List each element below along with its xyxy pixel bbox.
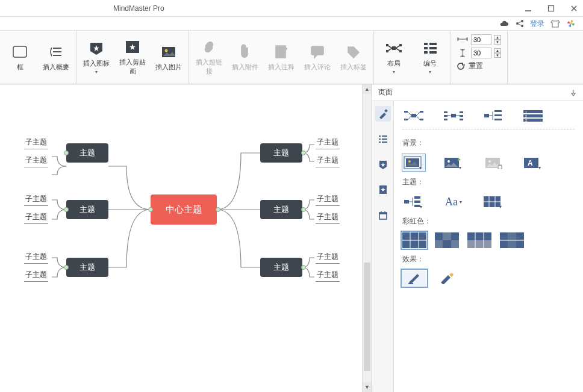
insert-tag-button[interactable]: 插入标签 (337, 35, 370, 79)
effect-hand[interactable] (435, 270, 459, 286)
rainbow-section-label: 彩虹色： (402, 216, 575, 226)
scroll-thumb[interactable] (364, 263, 370, 371)
subtopic-node[interactable]: 子主题 (316, 194, 340, 206)
connector-dot[interactable] (64, 265, 69, 270)
scroll-up[interactable]: ▲ (363, 84, 372, 94)
subtopic-node[interactable]: 子主题 (24, 252, 48, 264)
horizontal-spacing-control: ▲▼ (457, 34, 501, 45)
share-icon[interactable] (516, 19, 524, 28)
top-utility-bar: 登录 (0, 17, 583, 30)
insert-frame-button[interactable]: 框 (4, 35, 36, 79)
rainbow-swatch-2[interactable] (435, 232, 459, 248)
subtopic-node[interactable]: 子主题 (24, 194, 48, 206)
layout-style-4[interactable]: 123 (522, 107, 544, 124)
subtopic-node[interactable]: 子主题 (316, 212, 340, 224)
sidetab-iconlib[interactable] (375, 157, 391, 172)
insert-icon-button[interactable]: 插入图标▾ (80, 35, 113, 79)
dropdown-icon: ▾ (429, 69, 431, 75)
numbering-button[interactable]: 编号▾ (414, 35, 446, 79)
sidetab-brush[interactable] (375, 106, 391, 122)
rainbow-swatch-3[interactable] (467, 232, 491, 248)
bg-option-image[interactable]: ▾ (402, 154, 425, 171)
maximize-button[interactable] (547, 4, 555, 13)
rainbow-swatch-1[interactable] (402, 232, 426, 248)
theme-option-font[interactable]: Aa▾ (442, 193, 465, 210)
sidetab-task[interactable] (375, 207, 391, 223)
connector-dot[interactable] (64, 207, 69, 212)
topic-node[interactable]: 主题 (260, 200, 302, 219)
effect-row (402, 270, 575, 286)
connector-dot[interactable] (301, 151, 306, 155)
scroll-down[interactable]: ▼ (363, 382, 372, 392)
vspace-up[interactable]: ▲ (494, 48, 501, 53)
ribbon-group-spacing: ▲▼ ▲▼ 重置 (450, 31, 508, 84)
hspace-down[interactable]: ▼ (494, 40, 501, 45)
layout-button[interactable]: 布局▾ (378, 35, 410, 79)
svg-rect-99 (414, 201, 420, 203)
bg-option-watermark[interactable]: A▾ (522, 154, 544, 171)
theme-option-color[interactable]: ▾ (482, 193, 505, 210)
tshirt-icon[interactable] (550, 19, 560, 28)
hspace-input[interactable] (471, 34, 491, 45)
subtopic-node[interactable]: 子主题 (316, 252, 340, 264)
connector-dot[interactable] (216, 207, 220, 212)
svg-point-6 (521, 25, 523, 27)
pinwheel-icon[interactable] (566, 19, 576, 28)
svg-line-8 (519, 24, 521, 25)
insert-note-button[interactable]: 插入注释 (265, 35, 298, 79)
topic-node[interactable]: 主题 (260, 258, 302, 277)
connector-dot[interactable] (301, 207, 306, 212)
topic-node[interactable]: 主题 (66, 258, 108, 277)
theme-option-layout[interactable]: ▾ (402, 193, 425, 210)
pin-icon[interactable] (570, 89, 577, 96)
svg-rect-67 (460, 115, 463, 117)
subtopic-node[interactable]: 子主题 (24, 212, 48, 224)
scroll-track[interactable] (363, 94, 372, 382)
insert-attachment-button[interactable]: 插入附件 (229, 35, 261, 79)
connector-dot[interactable] (148, 207, 153, 212)
svg-rect-32 (386, 50, 388, 52)
layout-style-3[interactable] (482, 107, 505, 124)
sidetab-outline[interactable] (375, 131, 391, 147)
topic-node[interactable]: 主题 (260, 143, 302, 163)
background-row: ▾ ▾ A▾ (402, 154, 575, 171)
login-link[interactable]: 登录 (530, 19, 544, 29)
minimize-button[interactable] (524, 4, 532, 13)
cloud-icon[interactable] (499, 19, 510, 28)
subtopic-node[interactable]: 子主题 (316, 155, 340, 167)
vspace-down[interactable]: ▼ (494, 53, 501, 58)
canvas-area[interactable]: 中心主题 主题 主题 主题 主题 主题 主题 子主题 子主题 子主题 子主题 子… (0, 84, 372, 392)
layout-style-2[interactable] (442, 107, 465, 124)
vspace-input[interactable] (471, 48, 491, 58)
window-controls (524, 4, 578, 13)
bg-option-remove[interactable] (482, 154, 505, 171)
insert-comment-button[interactable]: 插入评论 (301, 35, 334, 79)
rainbow-swatch-4[interactable] (500, 232, 524, 248)
connector-dot[interactable] (64, 151, 69, 155)
insert-summary-button[interactable]: 插入概要 (40, 35, 72, 79)
layout-style-1[interactable] (402, 107, 425, 124)
hspace-up[interactable]: ▲ (494, 35, 501, 40)
subtopic-node[interactable]: 子主题 (316, 137, 340, 149)
insert-image-button[interactable]: 插入图片 (152, 35, 185, 79)
close-button[interactable] (570, 4, 578, 13)
topic-node[interactable]: 主题 (66, 143, 108, 163)
insert-hyperlink-button[interactable]: 插入超链接 (193, 35, 225, 79)
subtopic-node[interactable]: 子主题 (316, 270, 340, 282)
reset-button[interactable]: 重置 (457, 61, 483, 71)
effect-sketch[interactable] (402, 270, 426, 286)
svg-rect-58 (404, 111, 408, 113)
svg-point-24 (319, 49, 321, 51)
connector-dot[interactable] (301, 265, 306, 270)
vertical-scrollbar[interactable]: ▲ ▼ (362, 84, 372, 392)
center-topic-node[interactable]: 中心主题 (151, 194, 217, 225)
bg-option-picture[interactable]: ▾ (442, 154, 465, 171)
subtopic-node[interactable]: 子主题 (24, 155, 48, 167)
sidetab-clipart[interactable] (375, 182, 391, 198)
insert-clipart-button[interactable]: 插入剪贴画 (116, 35, 149, 79)
topic-node[interactable]: 主题 (66, 200, 108, 219)
svg-rect-115 (467, 232, 491, 240)
svg-point-17 (165, 49, 168, 52)
subtopic-node[interactable]: 子主题 (24, 137, 48, 149)
subtopic-node[interactable]: 子主题 (24, 270, 48, 282)
